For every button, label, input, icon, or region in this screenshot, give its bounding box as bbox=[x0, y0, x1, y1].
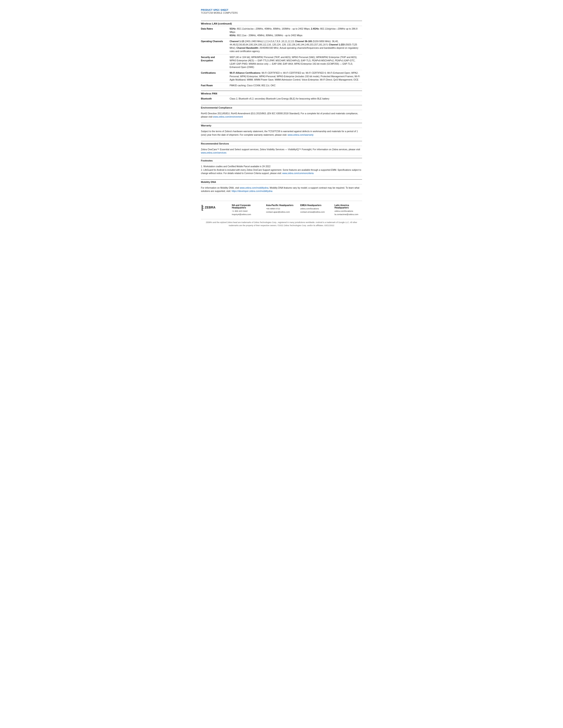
data-rates-label: Data Rates bbox=[201, 26, 229, 39]
footer-office-apac-email: contact.apac@zebra.com bbox=[266, 211, 290, 213]
recommended-services-section: Recommended Services Zebra OneCare™ Esse… bbox=[201, 141, 362, 156]
page-header: PRODUCT SPEC SHEET TC53/TC58 MOBILE COMP… bbox=[201, 9, 362, 14]
product-label: PRODUCT SPEC SHEET bbox=[201, 9, 362, 11]
security-encryption-label: Security and Encryption bbox=[201, 54, 229, 70]
table-row: Operating Channels Channel 1-13 (2401-24… bbox=[201, 38, 362, 54]
developer-zebra-link[interactable]: https://developer.zebra.com/mobilitydna bbox=[231, 190, 272, 192]
operating-channels-value: Channel 1-13 (2401-2483 MHz):1,2,3,4,5,6… bbox=[229, 38, 362, 54]
svg-rect-2 bbox=[201, 207, 203, 208]
warranty-section: Warranty Subject to the terms of Zebra's… bbox=[201, 123, 362, 138]
svg-rect-4 bbox=[201, 209, 203, 210]
footer-offices: NA and Corporate Headquarters +1 800 423… bbox=[232, 204, 362, 216]
footer-top: ZEBRA NA and Corporate Headquarters +1 8… bbox=[201, 204, 362, 216]
recommended-services-title: Recommended Services bbox=[201, 141, 362, 146]
bluetooth-label: Bluetooth bbox=[201, 96, 229, 102]
mobility-dna-section: Mobility DNA For information on Mobility… bbox=[201, 179, 362, 194]
footer-legal: ZEBRA and the stylized Zebra head are tr… bbox=[201, 219, 362, 227]
footer-office-emea-name: EMEA Headquarters bbox=[300, 204, 328, 206]
fast-roam-label: Fast Roam bbox=[201, 83, 229, 88]
recommended-services-content: Zebra OneCare™ Essential and Select supp… bbox=[201, 147, 362, 156]
environmental-compliance-content: RoHS Directive 2011/65/EU; RoHS Amendmen… bbox=[201, 111, 362, 120]
svg-rect-3 bbox=[201, 208, 203, 209]
footnotes-section: Footnotes 1. Workstation cradles and Cer… bbox=[201, 158, 362, 176]
footer-office-na-name: NA and Corporate Headquarters bbox=[232, 204, 259, 209]
environmental-link[interactable]: www.zebra.com/environment bbox=[213, 115, 243, 118]
wireless-lan-section-header: Wireless LAN (continued) bbox=[201, 21, 362, 26]
warranty-content: Subject to the terms of Zebra's hardware… bbox=[201, 129, 362, 138]
operating-channels-label: Operating Channels bbox=[201, 38, 229, 54]
mobility-dna-link[interactable]: www.zebra.com/mobilitydna bbox=[240, 186, 268, 189]
footer-office-latam-name: Latin America Headquarters bbox=[335, 204, 362, 209]
footer-office-apac: Asia-Pacific Headquarters +65 6858 0722 … bbox=[266, 204, 294, 216]
svg-text:ZEBRA: ZEBRA bbox=[205, 206, 215, 209]
footer-office-latam-email: la.contactme@zebra.com bbox=[335, 213, 358, 216]
footer-office-apac-info: +65 6858 0722 contact.apac@zebra.com bbox=[266, 207, 294, 214]
table-row: Fast Roam PMKID caching; Cisco CCKM; 802… bbox=[201, 83, 362, 88]
footer-office-emea: EMEA Headquarters zebra.com/locations co… bbox=[300, 204, 328, 216]
footer-divider bbox=[201, 201, 362, 201]
environmental-compliance-title: Environmental Compliance bbox=[201, 105, 362, 110]
data-rates-value: 5GHz: 802.11a/n/ac/ax—20MHz, 40MHz, 80MH… bbox=[229, 26, 362, 39]
wireless-pan-title: Wireless PAN bbox=[201, 91, 362, 96]
svg-rect-5 bbox=[201, 210, 203, 211]
footnotes-title: Footnotes bbox=[201, 158, 362, 163]
common-criteria-link[interactable]: www.zebra.com/commoncriteria bbox=[283, 172, 314, 174]
footer-office-emea-web: zebra.com/locations bbox=[300, 207, 319, 210]
table-row: Security and Encryption WEP (40 or 104 b… bbox=[201, 54, 362, 70]
footer-office-apac-name: Asia-Pacific Headquarters bbox=[266, 204, 294, 206]
footer-office-na-email: inquiry4@zebra.com bbox=[232, 213, 251, 216]
wireless-lan-table: Wireless LAN (continued) Data Rates 5GHz… bbox=[201, 21, 362, 88]
warranty-link[interactable]: www.zebra.com/warranty bbox=[288, 133, 314, 136]
footer-office-apac-phone: +65 6858 0722 bbox=[266, 207, 280, 210]
footer-office-emea-info: zebra.com/locations contact.emea@zebra.c… bbox=[300, 207, 328, 214]
footer-office-latam-info: zebra.com/locations la.contactme@zebra.c… bbox=[335, 210, 362, 216]
table-row: Certifications Wi-Fi Alliance Certificat… bbox=[201, 70, 362, 83]
table-row: Data Rates 5GHz: 802.11a/n/ac/ax—20MHz, … bbox=[201, 26, 362, 39]
bluetooth-value: Class 2, Bluetooth v5.2; secondary Bluet… bbox=[229, 96, 362, 102]
warranty-title: Warranty bbox=[201, 123, 362, 128]
svg-rect-0 bbox=[201, 205, 203, 206]
footer-logo: ZEBRA bbox=[201, 204, 225, 213]
wireless-lan-title: Wireless LAN (continued) bbox=[201, 21, 362, 26]
certifications-value: Wi-Fi Alliance Certifications: Wi-Fi CER… bbox=[229, 70, 362, 83]
footer-office-na-phone: +1 800 423 0442 bbox=[232, 210, 248, 212]
security-encryption-value: WEP (40 or 104 bit); WPA/WPA2 Personal (… bbox=[229, 54, 362, 70]
footer-office-na: NA and Corporate Headquarters +1 800 423… bbox=[232, 204, 259, 216]
mobility-dna-content: For information on Mobility DNA, visit w… bbox=[201, 185, 362, 194]
footer-office-na-info: +1 800 423 0442 inquiry4@zebra.com bbox=[232, 210, 259, 216]
footnotes-content: 1. Workstation cradles and Certified Mob… bbox=[201, 164, 362, 176]
footer-office-emea-email: contact.emea@zebra.com bbox=[300, 211, 325, 213]
footer-office-latam-web: zebra.com/locations bbox=[335, 210, 353, 212]
model-label: TC53/TC58 MOBILE COMPUTERS bbox=[201, 12, 362, 14]
fast-roam-value: PMKID caching; Cisco CCKM; 802.11r; OKC bbox=[229, 83, 362, 88]
svg-rect-1 bbox=[201, 206, 203, 207]
environmental-compliance-section: Environmental Compliance RoHS Directive … bbox=[201, 105, 362, 120]
footer-office-latam: Latin America Headquarters zebra.com/loc… bbox=[335, 204, 362, 216]
wireless-pan-table: Wireless PAN Bluetooth Class 2, Bluetoot… bbox=[201, 91, 362, 102]
wireless-pan-section-header: Wireless PAN bbox=[201, 91, 362, 96]
certifications-label: Certifications bbox=[201, 70, 229, 83]
table-row: Bluetooth Class 2, Bluetooth v5.2; secon… bbox=[201, 96, 362, 102]
services-link[interactable]: www.zebra.com/services bbox=[201, 151, 226, 154]
mobility-dna-title: Mobility DNA bbox=[201, 179, 362, 184]
zebra-logo-icon: ZEBRA bbox=[201, 204, 223, 213]
